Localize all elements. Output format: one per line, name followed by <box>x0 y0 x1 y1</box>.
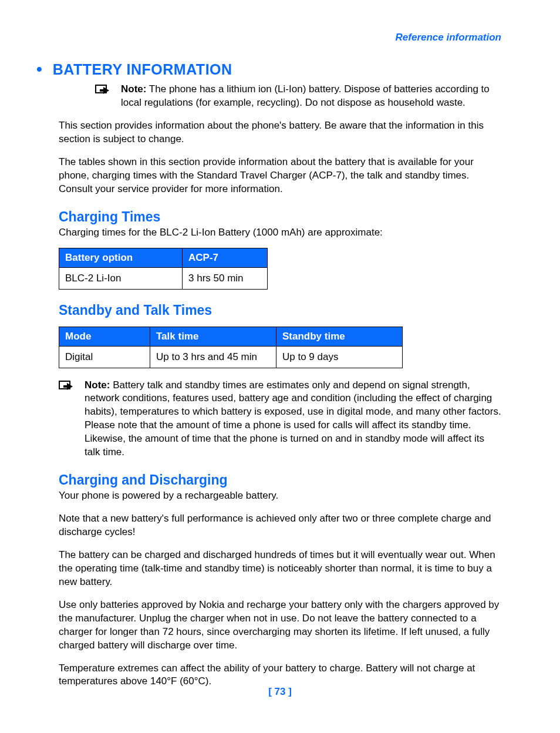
table-header-row: Battery option ACP-7 <box>59 248 268 267</box>
th-mode: Mode <box>59 327 150 346</box>
cd-p4: Use only batteries approved by Nokia and… <box>59 598 501 653</box>
td-battery: BLC-2 Li-Ion <box>59 267 183 289</box>
note-body: Battery talk and standby times are estim… <box>85 379 501 458</box>
th-standby: Standby time <box>276 327 403 346</box>
td-talk: Up to 3 hrs and 45 min <box>150 346 276 368</box>
note-icon <box>59 381 76 392</box>
td-standby: Up to 9 days <box>276 346 403 368</box>
charging-times-table: Battery option ACP-7 BLC-2 Li-Ion 3 hrs … <box>59 248 268 290</box>
header-reference-link[interactable]: Reference information <box>59 32 501 43</box>
note-label: Note: <box>85 379 110 391</box>
charging-discharging-heading: Charging and Discharging <box>59 472 501 488</box>
section-title: BATTERY INFORMATION <box>53 61 232 78</box>
intro-para-1: This section provides information about … <box>59 119 501 146</box>
cd-p3: The battery can be charged and discharge… <box>59 549 501 589</box>
page-number: [ 73 ] <box>0 686 560 698</box>
charging-times-heading: Charging Times <box>59 209 501 225</box>
intro-para-2: The tables shown in this section provide… <box>59 156 501 196</box>
th-talk: Talk time <box>150 327 276 346</box>
table-row: BLC-2 Li-Ion 3 hrs 50 min <box>59 267 268 289</box>
standby-talk-table: Mode Talk time Standby time Digital Up t… <box>59 327 403 368</box>
note-icon <box>95 85 113 96</box>
note-1-text: Note: The phone has a lithium ion (Li-Io… <box>121 83 501 110</box>
note-2-text: Note: Battery talk and standby times are… <box>85 379 501 460</box>
charging-times-intro: Charging times for the BLC-2 Li-Ion Batt… <box>59 226 501 240</box>
cd-p5: Temperature extremes can affect the abil… <box>59 662 501 689</box>
note-body: The phone has a lithium ion (Li-Ion) bat… <box>121 83 490 108</box>
td-mode: Digital <box>59 346 150 368</box>
th-acp7: ACP-7 <box>183 248 268 267</box>
section-bullet: • <box>36 61 42 78</box>
cd-p1: Your phone is powered by a rechargeable … <box>59 489 501 503</box>
th-battery-option: Battery option <box>59 248 183 267</box>
table-row: Digital Up to 3 hrs and 45 min Up to 9 d… <box>59 346 403 368</box>
cd-p2: Note that a new battery's full performan… <box>59 512 501 539</box>
table-header-row: Mode Talk time Standby time <box>59 327 403 346</box>
standby-talk-heading: Standby and Talk Times <box>59 302 501 318</box>
note-label: Note: <box>121 83 146 95</box>
td-time: 3 hrs 50 min <box>183 267 268 289</box>
